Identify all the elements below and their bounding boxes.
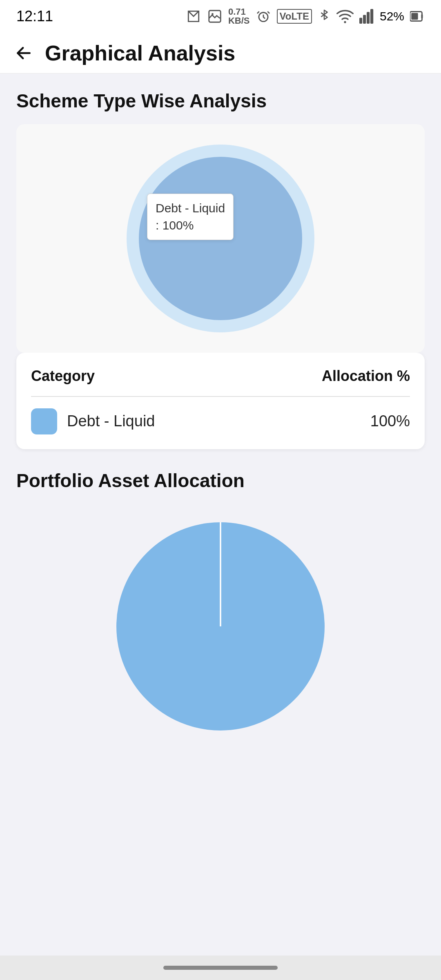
scheme-pie-chart-wrapper: Debt - Liquid : 100% (122, 140, 318, 336)
status-icons: 0.71KB/S VoLTE 52% (186, 7, 425, 25)
chart-tooltip: Debt - Liquid : 100% (147, 194, 234, 240)
table-row: Debt - Liquid 100% (31, 408, 410, 434)
speed-icon: 0.71KB/S (228, 7, 250, 25)
category-color-swatch (31, 408, 57, 434)
scheme-type-section: Scheme Type Wise Analysis Debt - Liquid … (16, 90, 425, 449)
tooltip-line2: : 100% (156, 218, 194, 232)
category-header: Category (31, 368, 95, 385)
back-button[interactable] (12, 42, 35, 65)
app-header: Graphical Analysis (0, 33, 441, 74)
category-name: Debt - Liquid (67, 412, 155, 430)
svg-rect-7 (370, 9, 373, 24)
table-header: Category Allocation % (31, 368, 410, 385)
battery-percentage: 52% (380, 9, 404, 23)
scheme-chart-container: Debt - Liquid : 100% (16, 124, 425, 353)
svg-rect-9 (411, 13, 418, 20)
portfolio-pie-chart-svg (110, 516, 331, 737)
gmail-icon (186, 9, 201, 24)
back-arrow-icon (15, 44, 33, 62)
home-indicator (163, 966, 278, 970)
allocation-value: 100% (370, 412, 410, 430)
page-title: Graphical Analysis (45, 41, 235, 65)
svg-rect-4 (359, 18, 362, 24)
svg-point-3 (344, 21, 346, 23)
alarm-icon (256, 9, 271, 24)
portfolio-section: Portfolio Asset Allocation (0, 470, 441, 761)
signal-icon (359, 9, 374, 24)
scheme-type-title: Scheme Type Wise Analysis (16, 90, 425, 112)
scheme-table-card: Category Allocation % Debt - Liquid 100% (16, 353, 425, 449)
svg-rect-5 (363, 15, 366, 24)
allocation-header: Allocation % (322, 368, 410, 385)
battery-icon (410, 9, 425, 24)
volte-icon: VoLTE (277, 9, 312, 24)
bluetooth-icon (318, 9, 331, 24)
status-bar: 12:11 0.71KB/S VoLTE (0, 0, 441, 33)
table-divider (31, 396, 410, 397)
svg-rect-6 (367, 12, 370, 24)
image-icon (207, 9, 223, 24)
portfolio-chart-container (16, 504, 425, 761)
wifi-icon (336, 9, 354, 24)
portfolio-title: Portfolio Asset Allocation (16, 470, 425, 492)
table-row-left: Debt - Liquid (31, 408, 155, 434)
tooltip-line1: Debt - Liquid (156, 201, 225, 215)
status-time: 12:11 (16, 8, 53, 25)
bottom-nav-bar (0, 956, 441, 980)
main-content: Scheme Type Wise Analysis Debt - Liquid … (0, 74, 441, 449)
